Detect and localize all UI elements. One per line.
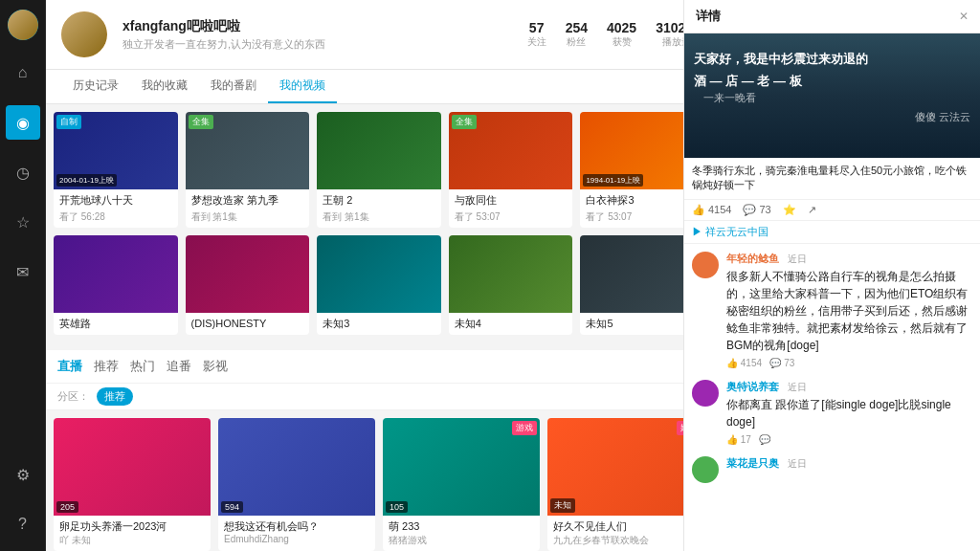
- video-card[interactable]: (DIS)HONESTY: [186, 235, 310, 334]
- star-button[interactable]: ⭐: [783, 204, 796, 216]
- live-grid: 205 卵足功头养潘一2023河 吖 未知 594 想我这还有机会吗？ Edmu…: [46, 410, 712, 551]
- home-icon[interactable]: ⌂: [6, 55, 40, 90]
- video-author: ▶ 祥云无云中国: [684, 221, 980, 244]
- video-meta: 看了 53:07: [449, 210, 573, 228]
- filter-recommend[interactable]: 推荐: [97, 387, 133, 406]
- tab-hot[interactable]: 热门: [130, 358, 155, 375]
- star-icon[interactable]: ☆: [6, 205, 40, 239]
- profile-bio: 独立开发者一直在努力,认为没有意义的东西: [122, 37, 512, 52]
- video-card[interactable]: 英雄路: [54, 235, 178, 334]
- video-card[interactable]: 自制 2004-01-19上映 开荒地球八十天 看了 56:28: [54, 112, 178, 228]
- tab-videos[interactable]: 我的视频: [268, 70, 337, 103]
- tab-recommend[interactable]: 推荐: [94, 358, 119, 375]
- comment-video: 天家好，我是中杉震过来劝退的酒 — 店 — 老 — 板 一来一晚看 傻傻 云法云: [684, 33, 980, 158]
- avatar: [692, 456, 719, 483]
- video-thumbnail: [317, 235, 441, 313]
- live-info: 好久不见佳人们 九九在乡春节联欢晚会: [547, 516, 704, 551]
- live-viewers: 105: [386, 501, 408, 513]
- video-title: 与敌同住: [449, 189, 573, 210]
- video-title: 开荒地球八十天: [54, 189, 178, 210]
- message-icon[interactable]: ✉: [6, 254, 40, 289]
- video-title: 英雄路: [54, 313, 178, 334]
- avatar: [692, 252, 719, 278]
- center-panel: xfangfang吧啦吧啦 独立开发者一直在努力,认为没有意义的东西 57 关注…: [46, 0, 712, 551]
- action-bar: 👍 4154 💬 73 ⭐ ↗: [684, 200, 980, 221]
- comment-title: 详情: [696, 8, 959, 25]
- video-thumbnail: [186, 235, 310, 313]
- comment-text: 很多新人不懂骑公路自行车的视角是怎么拍摄的，这里给大家科普一下，因为他们ETO组…: [726, 268, 972, 354]
- profile-stats: 57 关注 254 粉丝 4025 获赞 3102.8 播放量: [527, 20, 697, 49]
- comment-video-text: 天家好，我是中杉震过来劝退的酒 — 店 — 老 — 板: [694, 48, 970, 93]
- profile-header: xfangfang吧啦吧啦 独立开发者一直在努力,认为没有意义的东西 57 关注…: [46, 0, 712, 70]
- profile-avatar[interactable]: [61, 11, 107, 57]
- setting-icon[interactable]: ⚙: [6, 457, 40, 492]
- video-title: 王朝 2: [317, 189, 441, 210]
- author-icon: ▶: [692, 226, 702, 237]
- video-grid-2: 英雄路 (DIS)HONESTY 未知3 未知4 未知5: [54, 235, 704, 334]
- comment-list: 年轻的鲶鱼 近日 很多新人不懂骑公路自行车的视角是怎么拍摄的，这里给大家科普一下…: [684, 244, 980, 551]
- comment-close-button[interactable]: ✕: [959, 10, 969, 23]
- comment-item: 菜花是只奥 近日: [692, 456, 972, 483]
- user-avatar[interactable]: [8, 10, 38, 40]
- comment-time: 近日: [788, 253, 807, 264]
- comment-count: 73: [759, 204, 770, 215]
- tab-favorites[interactable]: 我的收藏: [130, 70, 199, 103]
- video-date: 1994-01-19上映: [583, 174, 643, 187]
- video-section-2: 英雄路 (DIS)HONESTY 未知3 未知4 未知5: [46, 235, 712, 342]
- tab-history[interactable]: 历史记录: [61, 70, 130, 103]
- live-thumbnail: 未知 娱乐: [547, 418, 704, 517]
- live-card[interactable]: 105 游戏 萌 233 猪猪游戏: [383, 418, 540, 551]
- live-viewers: 205: [56, 501, 78, 513]
- tab-film[interactable]: 影视: [203, 358, 228, 375]
- comment-body: 奥特说养套 近日 你都离直 跟你道了[能single doge]比脱single…: [726, 380, 972, 445]
- comment-body: 年轻的鲶鱼 近日 很多新人不懂骑公路自行车的视角是怎么拍摄的，这里给大家科普一下…: [726, 252, 972, 368]
- filter-label: 分区：: [57, 389, 89, 404]
- video-grid: 自制 2004-01-19上映 开荒地球八十天 看了 56:28 全集 梦想改造…: [54, 112, 704, 228]
- video-card[interactable]: 王朝 2 看到 第1集: [317, 112, 441, 228]
- comment-time: 近日: [788, 382, 807, 392]
- video-thumbnail: 自制 2004-01-19上映: [54, 112, 178, 189]
- nav-tabs: 历史记录 我的收藏 我的番剧 我的视频: [46, 70, 712, 104]
- live-tabs: 直播 推荐 热门 追番 影视: [57, 358, 228, 375]
- tab-live[interactable]: 直播: [57, 358, 82, 375]
- live-card[interactable]: 205 卵足功头养潘一2023河 吖 未知: [54, 418, 211, 551]
- video-badge: 全集: [189, 115, 213, 129]
- tab-followup[interactable]: 追番: [167, 358, 191, 375]
- live-icon[interactable]: ◉: [6, 105, 40, 140]
- barrage-1: 一来一晚看: [703, 91, 756, 105]
- video-card[interactable]: 未知3: [317, 235, 441, 334]
- video-date: 2004-01-19上映: [56, 174, 117, 187]
- video-title: 未知3: [317, 313, 441, 334]
- live-tag: 游戏: [512, 421, 537, 435]
- like-button[interactable]: 👍 4154: [692, 204, 731, 216]
- comment-likes: 👍 17 💬: [726, 434, 972, 445]
- comment-item: 年轻的鲶鱼 近日 很多新人不懂骑公路自行车的视角是怎么拍摄的，这里给大家科普一下…: [692, 252, 972, 368]
- comment-username: 菜花是只奥: [726, 457, 779, 469]
- live-card[interactable]: 未知 娱乐 好久不见佳人们 九九在乡春节联欢晚会: [547, 418, 704, 551]
- video-title: 未知4: [449, 313, 573, 334]
- live-author: EdmuhdiZhang: [224, 534, 369, 544]
- video-section-1: 自制 2004-01-19上映 开荒地球八十天 看了 56:28 全集 梦想改造…: [46, 104, 712, 235]
- comment-button[interactable]: 💬 73: [743, 204, 770, 216]
- video-card[interactable]: 全集 与敌同住 看了 53:07: [449, 112, 573, 228]
- profile-username: xfangfang吧啦吧啦: [122, 18, 512, 35]
- avatar: [692, 380, 719, 407]
- live-author: 吖 未知: [59, 534, 205, 547]
- live-title: 想我这还有机会吗？: [224, 519, 369, 534]
- tab-anime[interactable]: 我的番剧: [199, 70, 268, 103]
- live-thumbnail: 594: [218, 418, 375, 517]
- live-thumbnail: 105 游戏: [383, 418, 540, 517]
- history-icon[interactable]: ◷: [6, 155, 40, 189]
- video-title: 梦想改造家 第九季: [186, 189, 310, 210]
- live-title: 萌 233: [389, 519, 534, 534]
- live-card[interactable]: 594 想我这还有机会吗？ EdmuhdiZhang: [218, 418, 375, 551]
- video-badge: 自制: [56, 115, 81, 129]
- comment-username: 奥特说养套: [726, 381, 779, 392]
- video-card[interactable]: 未知4: [449, 235, 573, 334]
- share-button[interactable]: ↗: [808, 204, 816, 216]
- feedback-icon[interactable]: ?: [6, 507, 40, 541]
- live-author: 九九在乡春节联欢晚会: [553, 534, 699, 547]
- comment-text: 你都离直 跟你道了[能single doge]比脱single doge]: [726, 396, 972, 430]
- live-info: 卵足功头养潘一2023河 吖 未知: [54, 516, 211, 551]
- video-card[interactable]: 全集 梦想改造家 第九季 看到 第1集: [186, 112, 310, 228]
